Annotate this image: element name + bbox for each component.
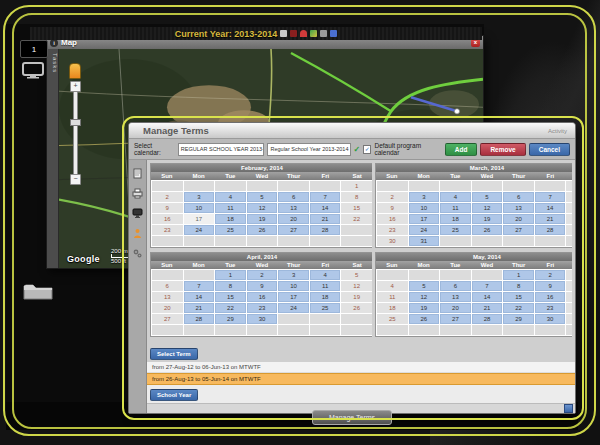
calendar-day-cell[interactable]: 7: [535, 192, 566, 202]
calendar-day-cell[interactable]: 2: [535, 270, 566, 280]
printer-icon[interactable]: [132, 188, 143, 199]
calendar-day-cell[interactable]: 10: [566, 281, 572, 291]
calendar-day-cell[interactable]: 5: [247, 192, 278, 202]
calendar-day-cell[interactable]: 25: [377, 314, 408, 324]
calendar-day-cell[interactable]: 15: [341, 203, 372, 213]
folder-icon[interactable]: [22, 280, 54, 306]
calendar-day-cell[interactable]: 19: [341, 292, 372, 302]
calendar-day-cell[interactable]: 23: [152, 225, 183, 235]
calendar-day-cell[interactable]: 4: [215, 192, 246, 202]
calendar-day-cell[interactable]: 25: [440, 225, 471, 235]
zoom-handle[interactable]: [70, 119, 81, 126]
calendar-day-cell[interactable]: 8: [503, 281, 534, 291]
calendar-day-cell[interactable]: 27: [278, 225, 309, 235]
calendar-day-cell[interactable]: 25: [310, 303, 341, 313]
calendar-day-cell[interactable]: 27: [152, 314, 183, 324]
apps-icon[interactable]: [310, 30, 317, 37]
calendar-day-cell[interactable]: 2: [247, 270, 278, 280]
calendar-dropdown[interactable]: REGULAR SCHOOL YEAR 2013-2014 ▾: [178, 143, 265, 156]
calendar-day-cell[interactable]: 14: [184, 292, 215, 302]
calendar-day-cell[interactable]: 20: [440, 303, 471, 313]
add-button[interactable]: Add: [445, 143, 478, 156]
calendar-day-cell[interactable]: 6: [278, 192, 309, 202]
calendar-day-cell[interactable]: 1: [566, 181, 572, 191]
calendar-day-cell[interactable]: 24: [278, 303, 309, 313]
calendar-day-cell[interactable]: 29: [503, 314, 534, 324]
calendar-day-cell[interactable]: 26: [409, 314, 440, 324]
bookmark-icon[interactable]: [290, 30, 297, 37]
calendar-day-cell[interactable]: 3: [278, 270, 309, 280]
calendar-day-cell[interactable]: 16: [535, 292, 566, 302]
calendar-day-cell[interactable]: 23: [377, 225, 408, 235]
calendar-day-cell[interactable]: 22: [215, 303, 246, 313]
calendar-day-cell[interactable]: 9: [535, 281, 566, 291]
calendar-day-cell[interactable]: 15: [566, 203, 572, 213]
calendar-day-cell[interactable]: 8: [341, 192, 372, 202]
pegman-icon[interactable]: [69, 63, 81, 79]
calendar-day-cell[interactable]: 6: [440, 281, 471, 291]
calendar-day-cell[interactable]: 7: [472, 281, 503, 291]
calendar-day-cell[interactable]: 15: [215, 292, 246, 302]
new-document-icon[interactable]: [132, 168, 143, 179]
calendar-day-cell[interactable]: 18: [310, 292, 341, 302]
calendar-day-cell[interactable]: 15: [503, 292, 534, 302]
calendar-day-cell[interactable]: 13: [278, 203, 309, 213]
calendar-day-cell[interactable]: 14: [310, 203, 341, 213]
term-row[interactable]: from 26-Aug-13 to 05-Jun-14 on MTWTF: [147, 373, 575, 385]
calendar-day-cell[interactable]: 14: [535, 203, 566, 213]
calendar-day-cell[interactable]: 6: [503, 192, 534, 202]
calendar-day-cell[interactable]: 28: [184, 314, 215, 324]
cancel-button[interactable]: Cancel: [529, 143, 570, 156]
calendar-day-cell[interactable]: 17: [409, 214, 440, 224]
calendar-day-cell[interactable]: 18: [440, 214, 471, 224]
calendar-day-cell[interactable]: 9: [152, 203, 183, 213]
calendar-day-cell[interactable]: 8: [215, 281, 246, 291]
calendar-day-cell[interactable]: 28: [472, 314, 503, 324]
calendar-day-cell[interactable]: 23: [247, 303, 278, 313]
settings-gears-icon[interactable]: [132, 248, 143, 259]
term-row[interactable]: from 27-Aug-12 to 06-Jun-13 on MTWTF: [147, 362, 575, 373]
calendar-day-cell[interactable]: 22: [503, 303, 534, 313]
calendar-day-cell[interactable]: 12: [341, 281, 372, 291]
calendar-day-cell[interactable]: 3: [409, 192, 440, 202]
calendar-day-cell[interactable]: 2: [152, 192, 183, 202]
calendar-day-cell[interactable]: 10: [184, 203, 215, 213]
calendar-day-cell[interactable]: 8: [566, 192, 572, 202]
calendar-day-cell[interactable]: 26: [341, 303, 372, 313]
calendar-day-cell[interactable]: 18: [215, 214, 246, 224]
calendar-day-cell[interactable]: 17: [278, 292, 309, 302]
calendar-day-cell[interactable]: 27: [440, 314, 471, 324]
calendar-day-cell[interactable]: 16: [152, 214, 183, 224]
calendar-day-cell[interactable]: 4: [377, 281, 408, 291]
calendar-day-cell[interactable]: 17: [566, 292, 572, 302]
calendar-day-cell[interactable]: 5: [341, 270, 372, 280]
calendar-day-cell[interactable]: 25: [215, 225, 246, 235]
calendar-day-cell[interactable]: 3: [184, 192, 215, 202]
calendar-day-cell[interactable]: 1: [215, 270, 246, 280]
tasks-tab[interactable]: Tasks: [47, 49, 59, 268]
monitor-icon[interactable]: [22, 62, 44, 83]
calendar-day-cell[interactable]: 11: [215, 203, 246, 213]
calendar-day-cell[interactable]: 31: [566, 314, 572, 324]
workspace-badge[interactable]: 1: [20, 40, 48, 58]
calendar-day-cell[interactable]: 28: [535, 225, 566, 235]
calendar-day-cell[interactable]: 22: [341, 214, 372, 224]
calendar-day-cell[interactable]: 12: [409, 292, 440, 302]
calendar-day-cell[interactable]: 20: [152, 303, 183, 313]
school-year-button[interactable]: School Year: [150, 389, 198, 401]
calendar-day-cell[interactable]: 6: [152, 281, 183, 291]
calendar-day-cell[interactable]: 24: [184, 225, 215, 235]
manage-terms-titlebar[interactable]: Manage Terms Activity: [129, 123, 575, 139]
calendar-name-input[interactable]: Regular School Year 2013-2014: [267, 143, 350, 156]
calendar-day-cell[interactable]: 13: [503, 203, 534, 213]
calendar-day-cell[interactable]: 9: [377, 203, 408, 213]
calendar-day-cell[interactable]: 19: [472, 214, 503, 224]
calendar-day-cell[interactable]: 22: [566, 214, 572, 224]
calendar-day-cell[interactable]: 18: [377, 303, 408, 313]
calendar-day-cell[interactable]: 30: [535, 314, 566, 324]
taskbar-manage-terms-button[interactable]: Manage Terms: [312, 410, 392, 425]
remove-button[interactable]: Remove: [480, 143, 525, 156]
calendar-day-cell[interactable]: 1: [341, 181, 372, 191]
map-zoom-slider[interactable]: + −: [70, 81, 79, 183]
calendar-day-cell[interactable]: 7: [184, 281, 215, 291]
